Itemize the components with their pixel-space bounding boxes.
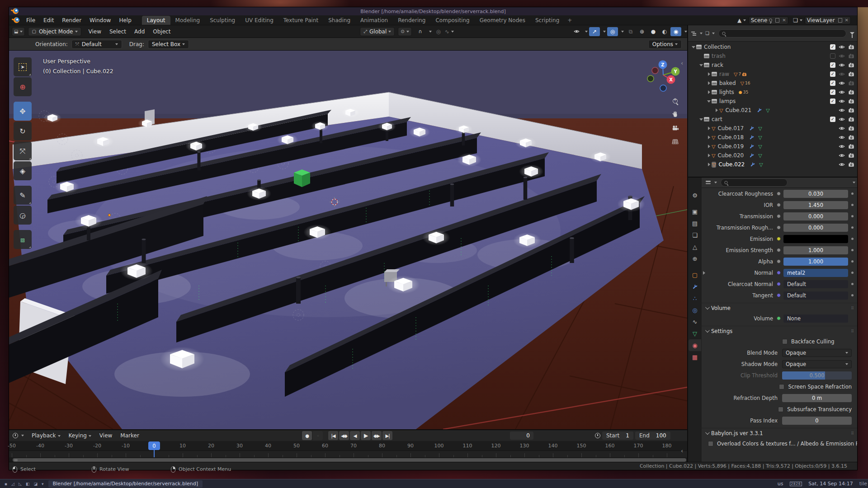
start-frame-field[interactable]: Start1 <box>602 432 633 440</box>
properties-tab-output[interactable]: ▤ <box>689 217 701 229</box>
workspace-tab-geometry-nodes[interactable]: Geometry Nodes <box>475 16 530 25</box>
outliner-row-cube-019[interactable]: ▽Cube.019▽ <box>688 142 857 151</box>
checkbox-overload-colors-te[interactable] <box>708 441 713 446</box>
workspace-tab-modeling[interactable]: Modeling <box>170 16 205 25</box>
camera-render-icon[interactable] <box>848 143 854 150</box>
orientation-dropdown[interactable]: ⤱ Default <box>71 40 122 49</box>
new-scene-icon[interactable] <box>775 18 779 23</box>
xray-toggle-icon[interactable]: ⧉ <box>625 27 636 36</box>
checkbox-subsurface-translucency[interactable] <box>778 407 783 412</box>
taskbar-active-window[interactable]: Blender [/home/amalie/Desktop/blender/se… <box>48 480 203 488</box>
expand-icon[interactable] <box>698 118 704 121</box>
animate-decorator[interactable] <box>851 204 854 206</box>
topbar-menu-edit[interactable]: Edit <box>39 16 58 24</box>
outliner-row-rack[interactable]: rack✓ <box>688 61 857 70</box>
workspace-tab-scripting[interactable]: Scripting <box>530 16 564 25</box>
transform-orientation-dropdown[interactable]: ⤢ Global <box>360 27 395 36</box>
property-expander[interactable] <box>702 271 706 275</box>
editor-type-button[interactable]: ⬓ <box>12 27 25 36</box>
expand-icon[interactable] <box>706 81 712 85</box>
eye-visibility-icon[interactable] <box>839 143 845 150</box>
timeline-menu-marker[interactable]: Marker <box>116 432 143 440</box>
animate-decorator[interactable] <box>851 226 854 229</box>
visibility-dropdown[interactable] <box>582 27 589 36</box>
properties-tab-object[interactable]: ▢ <box>689 269 701 281</box>
timeline-menu-playback[interactable]: Playback <box>28 432 65 440</box>
properties-tab-tool[interactable]: ⚙ <box>689 189 701 201</box>
value-slider[interactable]: 0.000 <box>783 212 848 221</box>
shading-rendered-icon[interactable]: ◉ <box>670 27 681 36</box>
link-field[interactable]: metal2 <box>783 269 848 277</box>
slider-clip-threshold[interactable]: 0.500 <box>782 371 852 380</box>
workspace-tab-compositing[interactable]: Compositing <box>430 16 474 25</box>
taskbar-icon-3[interactable]: ◧ <box>26 482 30 486</box>
outliner-row-cube-018[interactable]: ▽Cube.018▽ <box>688 133 857 142</box>
properties-options-icon[interactable] <box>853 182 855 183</box>
camera-render-icon[interactable] <box>848 152 854 159</box>
timeline-ruler[interactable]: -50-40-30-20-100102030405060708090100110… <box>9 441 687 451</box>
outliner-search-input[interactable] <box>718 29 846 38</box>
collection-checkbox[interactable] <box>830 53 835 59</box>
options-dropdown[interactable]: Options <box>648 40 682 49</box>
animate-decorator[interactable] <box>851 215 854 217</box>
properties-tab-world[interactable]: ⊕ <box>689 253 701 264</box>
play-reverse-button[interactable]: ◀ <box>350 431 360 440</box>
node-socket[interactable] <box>777 271 781 275</box>
eye-visibility-icon[interactable] <box>839 107 845 113</box>
link-field[interactable]: Default <box>783 280 848 288</box>
eye-visibility-icon[interactable] <box>839 71 845 77</box>
expand-icon[interactable] <box>706 100 712 103</box>
properties-tab-material[interactable]: ◉ <box>689 339 701 351</box>
tool-select-box[interactable]: ➤ <box>14 57 32 76</box>
camera-view-icon[interactable] <box>669 122 681 134</box>
properties-editor-type-button[interactable] <box>705 180 717 185</box>
timeline-channels[interactable] <box>9 451 687 457</box>
camera-render-icon[interactable] <box>848 62 854 68</box>
scene-browse-icon[interactable]: ▲ <box>735 16 749 25</box>
keyboard-layout-indicator[interactable]: us <box>778 481 783 487</box>
drag-dropdown[interactable]: Select Box <box>148 40 189 49</box>
tool-rotate[interactable]: ↻ <box>14 122 32 141</box>
field-pass-index[interactable]: 0 <box>782 417 852 425</box>
prev-keyframe-button[interactable]: ◀◆ <box>339 431 349 440</box>
taskbar-icon-2[interactable]: ◺ <box>19 482 22 486</box>
node-socket[interactable] <box>777 316 781 320</box>
eye-visibility-icon[interactable] <box>839 116 845 122</box>
collection-checkbox[interactable]: ✓ <box>830 62 835 68</box>
current-frame-field[interactable]: 0 <box>510 432 533 440</box>
properties-search-input[interactable] <box>721 178 788 187</box>
viewport-menu-object[interactable]: Object <box>149 28 175 36</box>
expand-icon[interactable] <box>706 90 712 94</box>
timeline-editor-type-button[interactable] <box>13 433 24 438</box>
collection-checkbox[interactable]: ✓ <box>830 80 835 86</box>
timeline-menu-view[interactable]: View <box>95 432 116 440</box>
topbar-menu-help[interactable]: Help <box>115 16 135 24</box>
animate-decorator[interactable] <box>851 283 854 285</box>
snap-options-dropdown[interactable] <box>426 27 433 36</box>
tool-annotate[interactable]: ✎ <box>14 186 32 205</box>
proportional-falloff-dropdown[interactable]: ∿ <box>444 27 455 36</box>
eye-visibility-icon[interactable] <box>839 89 845 95</box>
properties-tab-physics[interactable]: ◎ <box>689 304 701 316</box>
navigation-gizmo[interactable]: Z Y X <box>642 55 685 98</box>
node-socket[interactable] <box>777 293 781 297</box>
show-gizmo-icon[interactable]: ↗ <box>589 27 600 36</box>
camera-render-icon[interactable] <box>848 89 854 95</box>
overlays-dropdown[interactable] <box>618 27 625 36</box>
outliner-row-raw[interactable]: raw▽7✓ <box>688 70 857 79</box>
eye-visibility-icon[interactable] <box>839 134 845 141</box>
animate-decorator[interactable] <box>851 294 854 296</box>
node-socket[interactable] <box>777 214 781 218</box>
taskbar-icon-1[interactable]: ◿ <box>11 482 14 486</box>
properties-tab-data[interactable]: ▽ <box>689 328 701 339</box>
camera-render-icon[interactable] <box>848 116 854 122</box>
ortho-grid-icon[interactable] <box>669 136 681 147</box>
shading-material-icon[interactable]: ◐ <box>659 27 670 36</box>
eye-visibility-icon[interactable] <box>839 125 845 131</box>
camera-render-icon[interactable] <box>848 161 854 168</box>
outliner-row-lamps[interactable]: lamps✓ <box>688 97 857 106</box>
next-keyframe-button[interactable]: ◆▶ <box>372 431 382 440</box>
taskbar-icon-0[interactable]: ▪ <box>5 482 7 486</box>
field-refraction-depth[interactable]: 0 m <box>782 394 852 402</box>
expand-icon[interactable] <box>698 64 704 66</box>
